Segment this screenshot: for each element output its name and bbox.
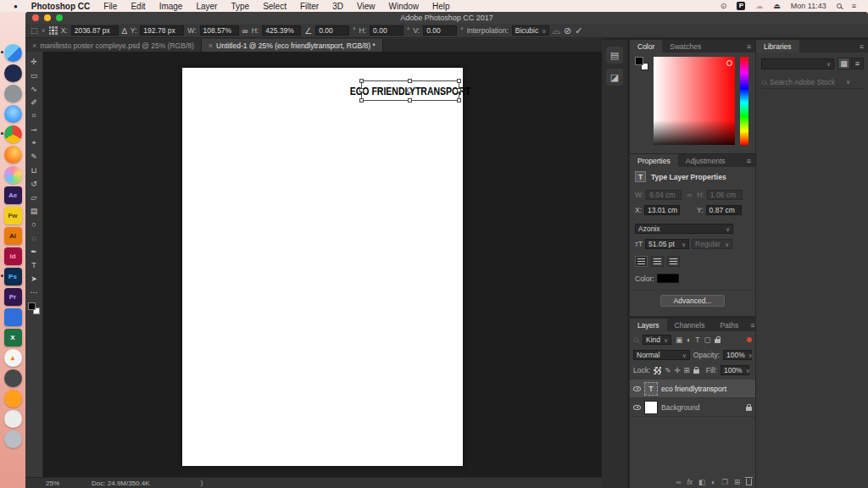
- parallels-icon[interactable]: P: [732, 2, 750, 10]
- panel-menu-icon[interactable]: ≡: [746, 319, 759, 331]
- layer-visibility-icon[interactable]: [633, 405, 641, 410]
- layer-row-background[interactable]: Background: [630, 398, 755, 417]
- transform-handle-se[interactable]: [457, 98, 461, 103]
- lock-pixels-icon[interactable]: ✎: [665, 366, 670, 374]
- dock-app-gray[interactable]: [4, 369, 22, 387]
- rotation-field[interactable]: 0.00: [315, 25, 349, 36]
- commit-transform-button[interactable]: ✓: [575, 25, 582, 36]
- link-layers-icon[interactable]: ∞: [676, 478, 681, 486]
- status-app-icon[interactable]: ⊙: [715, 2, 732, 10]
- tool-path-selection[interactable]: ➤: [27, 272, 42, 285]
- adobe-stock-search-input[interactable]: [770, 78, 843, 86]
- lock-all-icon[interactable]: [693, 369, 699, 374]
- tool-rectangular-marquee[interactable]: ▭: [27, 69, 42, 81]
- interpolation-dropdown[interactable]: Bicubic∨: [512, 25, 550, 36]
- opacity-dropdown[interactable]: 100%∨: [723, 350, 752, 360]
- menu-photoshop[interactable]: Photoshop CC: [25, 2, 97, 11]
- panel-menu-icon[interactable]: ≡: [743, 154, 755, 167]
- tool-blur[interactable]: ○: [27, 218, 42, 230]
- align-right-button[interactable]: [667, 256, 680, 267]
- transform-reference-point[interactable]: [407, 87, 413, 93]
- y-position-field[interactable]: 192.78 px: [140, 25, 184, 36]
- tool-brush[interactable]: ✎: [27, 150, 42, 163]
- menu-3d[interactable]: 3D: [326, 2, 350, 11]
- dock-app-illustrator[interactable]: Ai: [4, 227, 22, 245]
- dock-app-chrome[interactable]: [4, 125, 22, 143]
- dock-app-light[interactable]: [4, 410, 22, 428]
- filter-shape-layers-icon[interactable]: ▢: [704, 336, 710, 344]
- background-layer-thumbnail[interactable]: [644, 401, 658, 414]
- transform-handle-n[interactable]: [408, 79, 412, 83]
- tab-layers[interactable]: Layers: [630, 319, 667, 331]
- layer-visibility-icon[interactable]: [633, 386, 641, 391]
- dock-app-firefox[interactable]: [4, 146, 22, 164]
- color-picker-marker[interactable]: [726, 60, 732, 66]
- tool-crop[interactable]: ⌗: [27, 109, 42, 122]
- lock-transparency-icon[interactable]: [654, 367, 661, 374]
- transform-handle-nw[interactable]: [359, 79, 364, 83]
- list-view-button[interactable]: ≡: [851, 58, 864, 69]
- tool-clone-stamp[interactable]: ⊔: [27, 164, 42, 176]
- menu-clock[interactable]: Mon 11:43: [786, 2, 832, 10]
- menu-edit[interactable]: Edit: [124, 2, 152, 11]
- foreground-color-swatch[interactable]: [28, 302, 36, 310]
- layer-effects-icon[interactable]: fx: [687, 478, 693, 486]
- tab-libraries[interactable]: Libraries: [756, 40, 799, 53]
- transform-handle-e[interactable]: [457, 88, 461, 92]
- grid-view-button[interactable]: ▦: [837, 58, 850, 69]
- transform-handle-s[interactable]: [408, 98, 412, 103]
- tab-color[interactable]: Color: [630, 40, 662, 53]
- filter-smart-objects-icon[interactable]: [715, 339, 721, 343]
- tool-eraser[interactable]: ▱: [27, 191, 42, 203]
- warp-mode-button[interactable]: ⌓: [553, 25, 560, 36]
- adjustment-layer-icon[interactable]: ◐: [711, 478, 715, 486]
- eject-icon[interactable]: ⏏: [768, 2, 786, 10]
- delete-layer-icon[interactable]: [746, 479, 752, 485]
- adobe-stock-search[interactable]: ∨: [761, 77, 863, 89]
- v-skew-field[interactable]: 0.00: [423, 25, 457, 36]
- filter-type-layers-icon[interactable]: T: [695, 336, 699, 344]
- h-skew-field[interactable]: 0.00: [370, 25, 403, 36]
- link-dimensions-icon[interactable]: ∞: [242, 26, 248, 36]
- tool-pen[interactable]: ✒: [27, 245, 42, 258]
- prop-x-field[interactable]: 13.01 cm: [644, 205, 680, 215]
- apple-menu-icon[interactable]: ●: [7, 3, 25, 10]
- dock-app-vlc[interactable]: ▲: [4, 349, 22, 367]
- filter-pixel-layers-icon[interactable]: ▣: [676, 336, 682, 344]
- cloud-icon[interactable]: ☁: [750, 2, 768, 10]
- menu-layer[interactable]: Layer: [189, 2, 224, 11]
- filter-toggle-icon[interactable]: [747, 337, 752, 342]
- dock-app-after-effects[interactable]: Ae: [4, 186, 22, 204]
- tool-gradient[interactable]: ▤: [27, 204, 42, 217]
- reference-point-locator[interactable]: [49, 26, 58, 35]
- tab-channels[interactable]: Channels: [667, 319, 713, 331]
- dock-app-excel[interactable]: X: [4, 329, 22, 347]
- library-select-dropdown[interactable]: ∨: [761, 58, 834, 69]
- dock-app-photos[interactable]: [4, 166, 22, 184]
- dock-app-premiere[interactable]: Pr: [4, 288, 22, 306]
- spotlight-icon[interactable]: [832, 3, 847, 8]
- dock-app-finder[interactable]: [4, 44, 22, 62]
- type-layer-thumbnail[interactable]: T: [644, 382, 658, 396]
- layer-group-icon[interactable]: ❐: [721, 478, 728, 486]
- foreground-color-swatch[interactable]: [635, 57, 643, 65]
- transform-handle-sw[interactable]: [359, 98, 364, 103]
- tab-paths[interactable]: Paths: [712, 319, 746, 331]
- width-field[interactable]: 108.57%: [200, 25, 239, 36]
- panel-menu-icon[interactable]: ≡: [743, 40, 755, 53]
- document-canvas[interactable]: ECO FRIENDLYTRANSPORT: [182, 68, 463, 466]
- tab-properties[interactable]: Properties: [630, 154, 678, 167]
- transform-tool-preset-icon[interactable]: ⬚: [31, 26, 38, 35]
- menu-filter[interactable]: Filter: [293, 2, 326, 11]
- doc-tab-untitled-1[interactable]: × Untitled-1 @ 25% (eco friendlytranspor…: [202, 39, 383, 52]
- menu-image[interactable]: Image: [153, 2, 190, 11]
- transform-handle-w[interactable]: [359, 88, 364, 92]
- tab-adjustments[interactable]: Adjustments: [678, 154, 733, 167]
- new-layer-icon[interactable]: ⊞: [734, 478, 740, 486]
- hue-slider[interactable]: [740, 57, 748, 145]
- notification-center-icon[interactable]: ≡: [847, 2, 861, 10]
- layer-name[interactable]: eco friendlytransport: [661, 385, 726, 393]
- filter-adjustment-layers-icon[interactable]: ◐: [687, 336, 691, 344]
- menu-window[interactable]: Window: [381, 2, 426, 11]
- fill-dropdown[interactable]: 100%∨: [721, 365, 749, 375]
